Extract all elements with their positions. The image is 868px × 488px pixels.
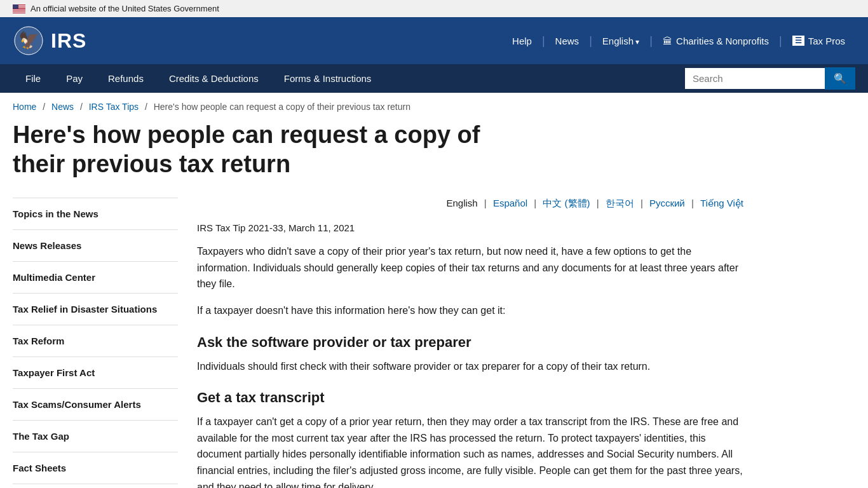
sidebar-link-tax-relief[interactable]: Tax Relief in Disaster Situations (13, 304, 157, 315)
breadcrumb-news[interactable]: News (51, 102, 74, 112)
nav-links: File Pay Refunds Credits & Deductions Fo… (13, 64, 685, 93)
irs-logo-text: IRS (51, 29, 86, 53)
lang-sep-5: | (691, 198, 694, 208)
header-help-link[interactable]: Help (502, 36, 542, 46)
nav-credits-deductions[interactable]: Credits & Deductions (156, 64, 271, 93)
lang-korean[interactable]: 한국어 (606, 198, 634, 208)
lang-chinese[interactable]: 中文 (繁體) (543, 198, 590, 208)
lang-russian[interactable]: Русский (649, 198, 685, 208)
lang-sep-4: | (641, 198, 643, 208)
main-wrapper: Here's how people can request a copy of … (0, 121, 851, 488)
taxpros-icon: ☰ (792, 36, 804, 46)
site-header: 🦅 IRS Help | News | English | 🏛 Charitie… (0, 17, 868, 64)
article-body: Taxpayers who didn't save a copy of thei… (197, 243, 743, 488)
lang-switcher: English | Español | 中文 (繁體) | 한국어 | Русс… (197, 198, 743, 210)
header-charities-link[interactable]: 🏛 Charities & Nonprofits (653, 36, 779, 46)
content-area: Topics in the News News Releases Multime… (13, 198, 839, 488)
page-title: Here's how people can request a copy of … (13, 121, 496, 179)
charities-icon: 🏛 (663, 36, 672, 46)
svg-text:🦅: 🦅 (18, 30, 39, 50)
lang-sep-3: | (597, 198, 599, 208)
sidebar-item-taxpayer-first[interactable]: Taxpayer First Act (13, 357, 178, 389)
breadcrumb-sep-3: / (145, 102, 147, 112)
breadcrumb-sep-2: / (80, 102, 83, 112)
article-intro2: If a taxpayer doesn't have this informat… (197, 302, 743, 319)
us-flag-icon (13, 4, 25, 13)
sidebar-link-tax-reform[interactable]: Tax Reform (13, 336, 64, 346)
section-heading-2: Get a tax transcript (197, 390, 743, 406)
sidebar-item-multimedia[interactable]: Multimedia Center (13, 262, 178, 294)
lang-espanol[interactable]: Español (493, 198, 527, 208)
sidebar-link-fact-sheets[interactable]: Fact Sheets (13, 463, 66, 473)
sidebar-item-topics[interactable]: Topics in the News (13, 198, 178, 230)
nav-refunds[interactable]: Refunds (95, 64, 156, 93)
header-news-link[interactable]: News (545, 36, 590, 46)
sidebar-item-fact-sheets[interactable]: Fact Sheets (13, 452, 178, 484)
nav-file[interactable]: File (13, 64, 53, 93)
breadcrumb-tax-tips[interactable]: IRS Tax Tips (89, 102, 139, 112)
article-meta: IRS Tax Tip 2021-33, March 11, 2021 (197, 222, 743, 233)
lang-sep-1: | (484, 198, 487, 208)
breadcrumb-sep-1: / (43, 102, 45, 112)
search-container: 🔍 (685, 67, 855, 90)
sidebar-item-tax-gap[interactable]: The Tax Gap (13, 421, 178, 452)
gov-banner: An official website of the United States… (0, 0, 868, 17)
nav-forms-instructions[interactable]: Forms & Instructions (271, 64, 384, 93)
lang-vietnamese[interactable]: Tiếng Việt (700, 198, 743, 208)
header-language-link[interactable]: English (592, 36, 650, 46)
header-taxpros-link[interactable]: ☰ Tax Pros (782, 36, 855, 46)
breadcrumb: Home / News / IRS Tax Tips / Here's how … (0, 93, 868, 121)
header-nav: Help | News | English | 🏛 Charities & No… (502, 34, 855, 48)
sidebar-link-taxpayer-first[interactable]: Taxpayer First Act (13, 367, 95, 378)
nav-pay[interactable]: Pay (53, 64, 95, 93)
sidebar-item-news-releases[interactable]: News Releases (13, 230, 178, 262)
search-button[interactable]: 🔍 (825, 67, 855, 90)
section-heading-1: Ask the software provider or tax prepare… (197, 334, 743, 351)
lang-sep-2: | (534, 198, 536, 208)
sidebar-link-news-releases[interactable]: News Releases (13, 240, 81, 251)
article: English | Español | 中文 (繁體) | 한국어 | Русс… (197, 198, 743, 488)
breadcrumb-home[interactable]: Home (13, 102, 36, 112)
lang-current: English (446, 198, 477, 208)
irs-logo[interactable]: 🦅 IRS (13, 25, 86, 57)
section-body-2: If a taxpayer can't get a copy of a prio… (197, 414, 743, 488)
sidebar-link-tax-scams[interactable]: Tax Scams/Consumer Alerts (13, 399, 141, 410)
main-nav: File Pay Refunds Credits & Deductions Fo… (0, 64, 868, 93)
search-input[interactable] (685, 68, 825, 89)
sidebar-item-tax-reform[interactable]: Tax Reform (13, 325, 178, 357)
gov-banner-text: An official website of the United States… (31, 4, 219, 13)
eagle-icon: 🦅 (13, 25, 44, 57)
sidebar-link-topics[interactable]: Topics in the News (13, 208, 98, 219)
sidebar-link-multimedia[interactable]: Multimedia Center (13, 272, 95, 283)
sidebar: Topics in the News News Releases Multime… (13, 198, 178, 484)
sidebar-item-tax-relief[interactable]: Tax Relief in Disaster Situations (13, 294, 178, 325)
section-body-1: Individuals should first check with thei… (197, 358, 743, 375)
article-intro: Taxpayers who didn't save a copy of thei… (197, 243, 743, 292)
sidebar-link-tax-gap[interactable]: The Tax Gap (13, 431, 69, 442)
sidebar-item-tax-scams[interactable]: Tax Scams/Consumer Alerts (13, 389, 178, 421)
breadcrumb-current: Here's how people can request a copy of … (154, 102, 410, 112)
